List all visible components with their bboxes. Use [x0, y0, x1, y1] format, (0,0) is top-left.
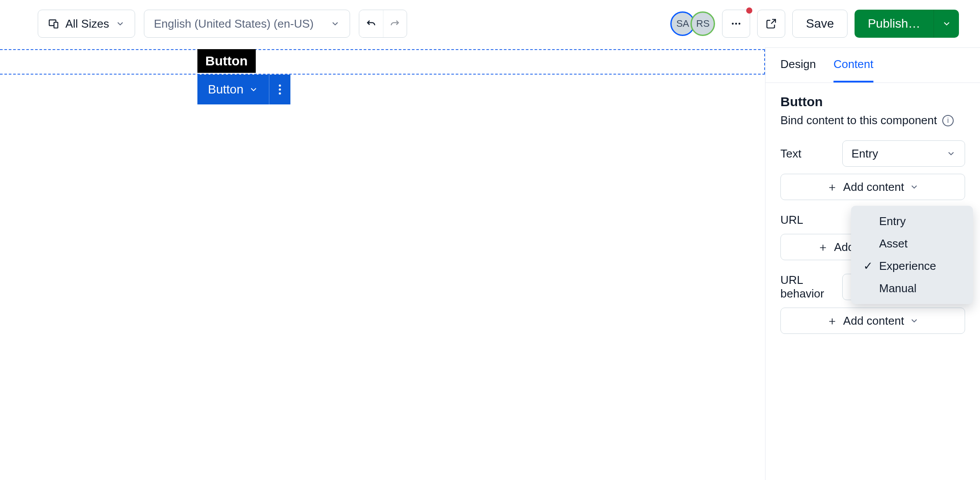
- panel-title: Button: [780, 94, 965, 109]
- top-toolbar: All Sizes English (United States) (en-US…: [0, 0, 980, 47]
- size-selector[interactable]: All Sizes: [38, 10, 135, 38]
- avatar[interactable]: RS: [690, 11, 715, 36]
- chevron-down-icon: [115, 19, 125, 29]
- field-text-select-value: Entry: [851, 147, 878, 161]
- redo-icon: [389, 18, 401, 30]
- content-source-menu: Entry Asset ✓ Experience Manual: [851, 206, 973, 304]
- undo-button[interactable]: [359, 10, 383, 37]
- toolbar-left: All Sizes English (United States) (en-US…: [38, 10, 407, 38]
- locale-selector-label: English (United States) (en-US): [154, 17, 314, 31]
- svg-point-2: [732, 23, 734, 25]
- locale-selector[interactable]: English (United States) (en-US): [144, 10, 350, 38]
- chevron-down-icon: [330, 19, 340, 29]
- side-panel: Design Content Button Bind content to th…: [765, 47, 980, 480]
- menu-item-label: Asset: [879, 237, 908, 251]
- menu-item-asset[interactable]: Asset: [851, 233, 973, 255]
- undo-icon: [365, 18, 377, 30]
- menu-item-manual[interactable]: Manual: [851, 277, 973, 300]
- chevron-down-icon: [249, 85, 258, 94]
- drop-zone[interactable]: [0, 49, 765, 75]
- svg-point-6: [279, 89, 281, 91]
- field-text-select[interactable]: Entry: [842, 140, 965, 167]
- field-text-add-label: Add content: [843, 180, 904, 194]
- save-button[interactable]: Save: [792, 10, 848, 38]
- redo-button[interactable]: [383, 10, 407, 37]
- field-url-behavior-add-label: Add content: [843, 314, 904, 328]
- panel-heading-group: Button Bind content to this component i: [780, 94, 965, 127]
- size-selector-label: All Sizes: [65, 17, 109, 31]
- chevron-down-icon: [942, 19, 951, 29]
- field-url-behavior-label: URL behavior: [780, 273, 833, 301]
- svg-point-5: [279, 85, 281, 87]
- field-url-behavior-add-button[interactable]: ＋ Add content: [780, 308, 965, 334]
- avatar-initials: RS: [696, 18, 710, 29]
- chevron-down-icon: [909, 182, 919, 192]
- chevron-down-icon: [909, 316, 919, 326]
- undo-redo-group: [359, 10, 407, 38]
- editor-canvas[interactable]: Button Button: [0, 47, 765, 480]
- tab-content[interactable]: Content: [833, 57, 873, 82]
- menu-item-label: Experience: [879, 259, 936, 273]
- external-link-icon: [765, 18, 777, 29]
- field-text-label: Text: [780, 147, 801, 161]
- main-layout: Button Button Design Content Button Bind…: [0, 47, 980, 480]
- toolbar-right: SA RS Save Publish…: [670, 10, 959, 38]
- block-toolbar-more[interactable]: [269, 75, 290, 104]
- publish-button[interactable]: Publish…: [855, 10, 934, 38]
- presence-avatars: SA RS: [670, 11, 715, 36]
- svg-point-4: [739, 23, 740, 25]
- block-toolbar-name[interactable]: Button: [197, 75, 269, 104]
- avatar-initials: SA: [676, 18, 689, 29]
- plus-icon: ＋: [826, 181, 838, 193]
- tab-design[interactable]: Design: [780, 57, 816, 82]
- check-icon: ✓: [863, 259, 873, 273]
- svg-point-3: [735, 23, 737, 25]
- menu-item-entry[interactable]: Entry: [851, 210, 973, 233]
- plus-icon: ＋: [826, 315, 838, 326]
- device-icon: [48, 18, 59, 29]
- menu-item-experience[interactable]: ✓ Experience: [851, 255, 973, 277]
- block-toolbar: Button: [197, 75, 290, 104]
- svg-point-7: [279, 93, 281, 95]
- field-url-label: URL: [780, 213, 803, 227]
- ellipsis-vertical-icon: [278, 84, 282, 95]
- info-icon[interactable]: i: [942, 115, 954, 126]
- menu-item-label: Manual: [879, 282, 916, 295]
- svg-rect-1: [54, 22, 58, 28]
- chevron-down-icon: [946, 149, 956, 158]
- panel-subtitle-text: Bind content to this component: [780, 114, 937, 127]
- ellipsis-icon: [730, 18, 742, 29]
- publish-split-button: Publish…: [855, 10, 959, 38]
- open-external-button[interactable]: [757, 10, 785, 38]
- panel-subtitle: Bind content to this component i: [780, 114, 965, 127]
- block-toolbar-label: Button: [208, 82, 243, 97]
- block-label: Button: [197, 49, 256, 73]
- more-button[interactable]: [722, 10, 750, 38]
- publish-dropdown-button[interactable]: [934, 10, 959, 38]
- plus-icon: ＋: [817, 241, 829, 253]
- side-panel-tabs: Design Content: [765, 48, 980, 83]
- field-text: Text Entry ＋ Add content: [780, 140, 965, 200]
- field-text-add-button[interactable]: ＋ Add content: [780, 174, 965, 200]
- notification-dot: [746, 7, 752, 14]
- menu-item-label: Entry: [879, 215, 906, 228]
